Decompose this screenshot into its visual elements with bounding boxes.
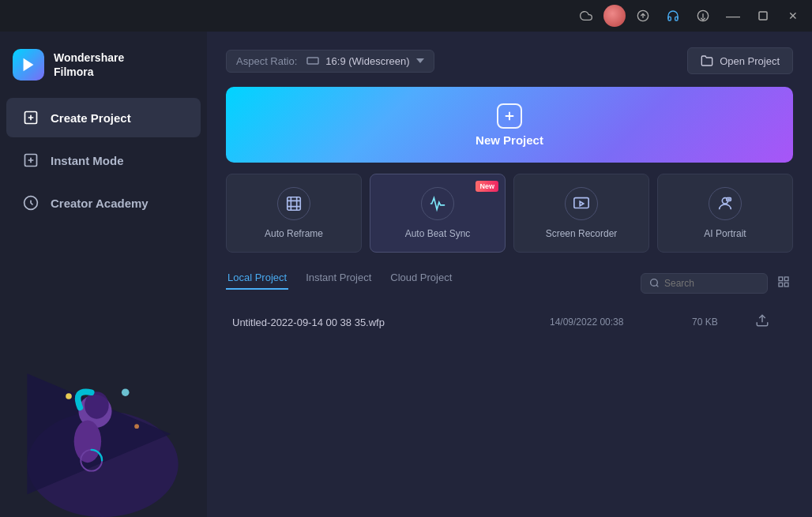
new-project-label: New Project (476, 133, 543, 147)
search-box[interactable] (641, 273, 768, 294)
new-project-plus-icon (497, 103, 522, 129)
instant-mode-label: Instant Mode (51, 154, 124, 167)
create-project-label: Create Project (51, 111, 131, 125)
svg-point-11 (66, 393, 72, 399)
feature-card-ai-portrait[interactable]: AI Portrait (657, 174, 793, 253)
search-icon (649, 278, 660, 288)
svg-point-12 (122, 388, 130, 396)
svg-point-13 (134, 424, 139, 429)
svg-point-10 (85, 391, 109, 418)
sidebar-illustration (0, 343, 207, 517)
project-size: 70 KB (692, 317, 755, 328)
feature-card-screen-recorder[interactable]: Screen Recorder (513, 174, 649, 253)
main-content: Aspect Ratio: 16:9 (Widescreen) Open Pro… (207, 32, 812, 517)
ai-portrait-label: AI Portrait (704, 228, 746, 239)
app-logo (13, 49, 44, 81)
svg-point-9 (74, 421, 101, 463)
open-project-label: Open Project (720, 55, 780, 67)
close-button[interactable]: ✕ (780, 3, 806, 28)
project-tabs: Local Project Instant Project Cloud Proj… (226, 267, 469, 290)
auto-beat-sync-icon (421, 187, 454, 220)
auto-beat-sync-label: Auto Beat Sync (405, 228, 471, 239)
aspect-ratio-label: Aspect Ratio: (236, 55, 297, 67)
folder-icon (701, 54, 713, 67)
app-name: Wondershare Filmora (54, 51, 124, 79)
sidebar-item-instant-mode[interactable]: Instant Mode (6, 140, 201, 180)
new-badge: New (476, 181, 498, 192)
tab-instant-project[interactable]: Instant Project (304, 267, 373, 290)
aspect-ratio-selector[interactable]: Aspect Ratio: 16:9 (Widescreen) (226, 50, 434, 73)
upload-button[interactable] (755, 313, 787, 331)
svg-rect-21 (779, 277, 783, 281)
search-input[interactable] (664, 278, 759, 289)
feature-cards: Auto Reframe New Auto Beat Sync Screen R… (226, 174, 793, 253)
project-name: Untitled-2022-09-14 00 38 35.wfp (232, 317, 550, 328)
sidebar-item-create-project[interactable]: Create Project (6, 98, 201, 137)
aspect-ratio-value: 16:9 (Widescreen) (325, 55, 409, 67)
profile-avatar[interactable] (603, 5, 626, 27)
logo-section: Wondershare Filmora (0, 39, 207, 96)
tab-cloud-project[interactable]: Cloud Project (389, 267, 453, 290)
upload-icon[interactable] (630, 3, 656, 28)
top-controls: Aspect Ratio: 16:9 (Widescreen) Open Pro… (226, 47, 793, 74)
auto-reframe-label: Auto Reframe (265, 228, 323, 239)
screen-recorder-label: Screen Recorder (546, 228, 618, 239)
sidebar-item-creator-academy[interactable]: Creator Academy (6, 183, 201, 223)
instant-mode-icon (22, 152, 39, 169)
svg-rect-24 (784, 283, 788, 287)
feature-card-auto-beat-sync[interactable]: New Auto Beat Sync (370, 174, 506, 253)
svg-rect-15 (307, 58, 318, 64)
chevron-down-icon (416, 58, 424, 63)
creator-academy-icon (22, 194, 39, 212)
tab-local-project[interactable]: Local Project (226, 267, 288, 290)
project-toolbar: Local Project Instant Project Cloud Proj… (226, 267, 793, 299)
minimize-button[interactable]: — (720, 3, 746, 28)
cloud-icon[interactable] (573, 3, 599, 28)
svg-rect-16 (288, 197, 301, 211)
screen-recorder-icon (565, 187, 598, 220)
feature-card-auto-reframe[interactable]: Auto Reframe (226, 174, 362, 253)
title-bar: — ✕ (0, 0, 812, 32)
headphone-icon[interactable] (660, 3, 686, 28)
create-project-icon (22, 109, 39, 126)
project-table: Untitled-2022-09-14 00 38 35.wfp 14/09/2… (226, 305, 793, 339)
download-icon[interactable] (690, 3, 716, 28)
grid-view-icon[interactable] (774, 272, 793, 294)
project-date: 14/09/2022 00:38 (550, 317, 692, 328)
table-row[interactable]: Untitled-2022-09-14 00 38 35.wfp 14/09/2… (226, 305, 793, 339)
maximize-button[interactable] (750, 3, 776, 28)
new-project-banner[interactable]: New Project (226, 87, 793, 163)
creator-academy-label: Creator Academy (51, 197, 148, 210)
auto-reframe-icon (277, 187, 310, 220)
open-project-button[interactable]: Open Project (687, 47, 793, 74)
svg-rect-22 (784, 277, 788, 281)
aspect-ratio-icon (306, 57, 319, 65)
ai-portrait-icon (709, 187, 742, 220)
svg-rect-23 (779, 283, 783, 287)
svg-point-20 (651, 279, 658, 287)
sidebar: Wondershare Filmora Create Project Insta… (0, 32, 207, 517)
svg-rect-2 (759, 12, 767, 20)
